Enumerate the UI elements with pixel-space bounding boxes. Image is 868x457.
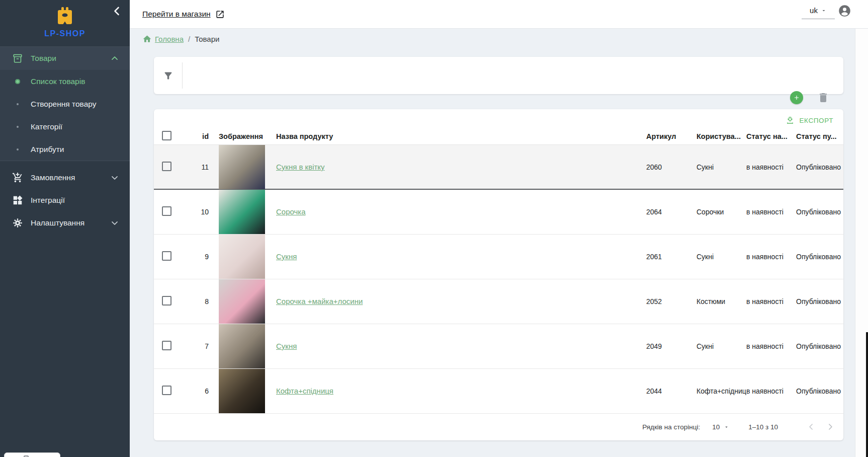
select-all-checkbox[interactable]: [162, 131, 171, 140]
product-image[interactable]: [219, 324, 265, 368]
previous-page-button[interactable]: [805, 421, 817, 433]
product-image[interactable]: [219, 279, 265, 324]
sidebar-item-attributes[interactable]: Атрибути: [0, 138, 130, 161]
row-checkbox[interactable]: [162, 296, 171, 306]
row-category: Кофта+спідниц: [697, 387, 746, 395]
row-checkbox[interactable]: [162, 386, 171, 395]
chevron-down-icon: [110, 173, 120, 183]
download-icon: [786, 116, 795, 125]
shop-bag-icon: [55, 6, 75, 28]
row-id: 9: [186, 253, 209, 261]
row-stock-status: в наявності: [746, 387, 796, 395]
add-shopping-cart-icon: [12, 172, 23, 183]
table-row[interactable]: 9 Сукня 2061 Сукні в наявності Опубліков…: [154, 235, 843, 279]
row-id: 8: [186, 297, 209, 306]
row-category: Костюми: [697, 297, 746, 306]
column-header-stock[interactable]: Статус на...: [746, 132, 796, 140]
product-image[interactable]: [219, 190, 265, 234]
row-checkbox[interactable]: [162, 162, 171, 171]
row-publish-status: Опубліковано: [796, 342, 843, 350]
row-category: Сорочки: [697, 208, 746, 216]
row-id: 6: [186, 387, 209, 395]
sidebar-item-categories[interactable]: Категорії: [0, 115, 130, 138]
delete-button[interactable]: [817, 92, 829, 104]
next-page-button[interactable]: [824, 421, 836, 433]
row-stock-status: в наявності: [746, 253, 796, 261]
sidebar-collapse-button[interactable]: [111, 5, 123, 17]
background-window-edge: [866, 332, 868, 457]
pagination: Рядків на сторінці: 10 1–10 з 10: [154, 414, 843, 440]
sidebar-section-products: Товари Список товарів Створення товару К…: [0, 47, 130, 161]
add-product-button[interactable]: [790, 91, 803, 104]
sidebar-item-products[interactable]: Товари: [0, 47, 130, 70]
language-select[interactable]: uk: [802, 6, 835, 19]
row-sku: 2052: [646, 297, 697, 306]
table-row[interactable]: 6 Кофта+спідниця 2044 Кофта+спідниц в на…: [154, 369, 843, 414]
rows-per-page-select[interactable]: 10: [712, 423, 729, 431]
table-row[interactable]: 8 Сорочка +майка+лосини 2052 Костюми в н…: [154, 279, 843, 324]
chevron-right-icon: [825, 422, 835, 432]
row-checkbox[interactable]: [162, 341, 171, 350]
row-checkbox[interactable]: [162, 251, 171, 261]
widgets-icon: [12, 195, 23, 206]
row-stock-status: в наявності: [746, 342, 796, 350]
column-header-name[interactable]: Назва продукту: [266, 132, 646, 140]
row-checkbox[interactable]: [162, 206, 171, 216]
product-image[interactable]: [219, 369, 265, 413]
logo-text: LP-SHOP: [0, 29, 130, 38]
rows-per-page-label: Рядків на сторінці:: [642, 423, 700, 431]
product-link[interactable]: Сорочка: [276, 207, 306, 216]
filter-divider: [182, 62, 183, 89]
row-publish-status: Опубліковано: [796, 208, 843, 216]
chevron-down-icon: [110, 218, 120, 228]
export-button[interactable]: ЕКСПОРТ: [783, 114, 836, 127]
row-category: Сукні: [697, 342, 746, 350]
settings-icon: [12, 217, 23, 228]
chevron-left-icon: [806, 422, 816, 432]
products-table-card: ЕКСПОРТ id Зображення Назва продукту Арт…: [154, 109, 843, 440]
product-link[interactable]: Сукня в квітку: [276, 163, 325, 171]
sidebar-item-orders[interactable]: Замовлення: [0, 166, 130, 189]
filter-button[interactable]: [154, 70, 182, 81]
column-header-id[interactable]: id: [186, 132, 209, 140]
product-image[interactable]: [219, 145, 265, 189]
row-category: Сукні: [697, 163, 746, 171]
store-link[interactable]: Перейти в магазин: [142, 10, 225, 19]
column-header-publish[interactable]: Статус пу...: [796, 132, 843, 140]
table-row[interactable]: 11 Сукня в квітку 2060 Сукні в наявності…: [154, 145, 843, 190]
row-id: 11: [186, 163, 209, 171]
sidebar-item-product-list[interactable]: Список товарів: [0, 70, 130, 93]
row-id: 7: [186, 342, 209, 350]
sidebar-item-product-create[interactable]: Створення товару: [0, 93, 130, 115]
chevron-left-icon: [111, 5, 123, 17]
row-publish-status: Опубліковано: [796, 387, 843, 395]
account-circle-icon: [838, 4, 851, 18]
bottom-left-popup[interactable]: [4, 452, 60, 457]
trash-icon: [817, 92, 829, 104]
row-publish-status: Опубліковано: [796, 253, 843, 261]
table-row[interactable]: 10 Сорочка 2064 Сорочки в наявності Опуб…: [154, 190, 843, 235]
account-button[interactable]: [838, 4, 851, 18]
product-image[interactable]: [219, 235, 265, 279]
row-id: 10: [186, 208, 209, 216]
product-link[interactable]: Кофта+спідниця: [276, 387, 333, 395]
bullet-icon: [17, 103, 19, 105]
breadcrumb-home-link[interactable]: Головна: [142, 34, 184, 44]
column-header-user[interactable]: Користува...: [697, 132, 746, 140]
column-header-sku[interactable]: Артикул: [646, 132, 697, 140]
row-stock-status: в наявності: [746, 297, 796, 306]
caret-down-icon: [821, 8, 827, 14]
table-body: 11 Сукня в квітку 2060 Сукні в наявності…: [154, 145, 843, 414]
row-publish-status: Опубліковано: [796, 297, 843, 306]
product-link[interactable]: Сукня: [276, 252, 297, 261]
row-sku: 2061: [646, 253, 697, 261]
sidebar-item-integrations[interactable]: Інтеграції: [0, 189, 130, 211]
table-row[interactable]: 7 Сукня 2049 Сукні в наявності Опубліков…: [154, 324, 843, 369]
right-edge-strip: [855, 29, 868, 457]
sidebar-item-settings[interactable]: Налаштування: [0, 211, 130, 234]
list-actions: [154, 91, 843, 105]
product-link[interactable]: Сукня: [276, 342, 297, 350]
sidebar-item-label: Товари: [31, 54, 110, 63]
row-sku: 2060: [646, 163, 697, 171]
product-link[interactable]: Сорочка +майка+лосини: [276, 297, 363, 306]
